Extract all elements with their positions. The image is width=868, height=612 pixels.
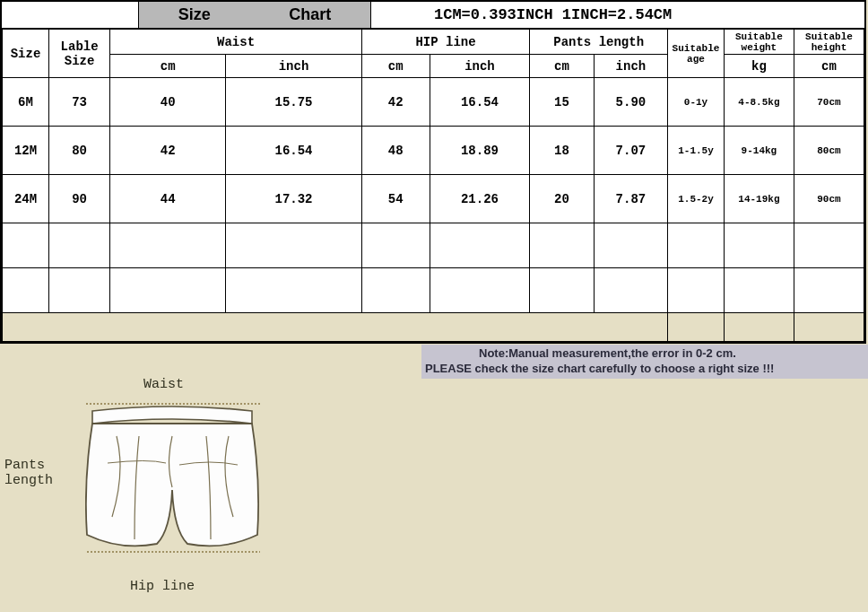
cell-waist-in: 16.54 xyxy=(226,127,362,175)
measurement-diagram: Waist Pants length Hip line xyxy=(4,368,309,601)
cell-pants-in: 7.87 xyxy=(594,175,667,223)
col-pants-cm: cm xyxy=(530,55,595,78)
diagram-label-pants-length: Pants length xyxy=(4,458,53,488)
cell-label: 80 xyxy=(49,127,110,175)
col-height-unit: cm xyxy=(794,55,864,78)
table-row-empty xyxy=(3,268,864,313)
cell-pants-cm: 18 xyxy=(530,127,595,175)
note-block: Note:Manual measurement,the error in 0-2… xyxy=(421,345,868,379)
cell-height: 70cm xyxy=(794,78,864,127)
table-row: 24M 90 44 17.32 54 21.26 20 7.87 1.5-2y … xyxy=(3,175,864,223)
cell-weight: 9-14kg xyxy=(724,127,794,175)
col-waist-inch: inch xyxy=(226,55,362,78)
cell-hip-cm: 48 xyxy=(361,127,430,175)
cell-age: 1-1.5y xyxy=(668,127,725,175)
cell-hip-in: 18.89 xyxy=(430,127,530,175)
col-waist: Waist xyxy=(110,30,362,55)
cell-hip-cm: 54 xyxy=(361,175,430,223)
title-word-size: Size xyxy=(178,5,211,24)
col-size: Size xyxy=(3,30,49,78)
col-weight-unit: kg xyxy=(724,55,794,78)
cell-age: 0-1y xyxy=(668,78,725,127)
col-waist-cm: cm xyxy=(110,55,226,78)
col-pants-length: Pants length xyxy=(530,30,668,55)
title-word-chart: Chart xyxy=(289,5,331,24)
cell-pants-in: 5.90 xyxy=(594,78,667,127)
cell-label: 73 xyxy=(49,78,110,127)
cell-size: 6M xyxy=(3,78,49,127)
cell-waist-cm: 40 xyxy=(110,78,226,127)
col-age: Suitable age xyxy=(668,30,725,78)
cell-pants-cm: 20 xyxy=(530,175,595,223)
cell-pants-in: 7.07 xyxy=(594,127,667,175)
table-row-empty xyxy=(3,223,864,268)
cell-pants-cm: 15 xyxy=(530,78,595,127)
conversion-text: 1CM=0.393INCH 1INCH=2.54CM xyxy=(371,2,864,28)
cell-height: 90cm xyxy=(794,175,864,223)
size-table: Size Lable Size Waist HIP line Pants len… xyxy=(2,29,864,342)
col-weight: Suitable weight xyxy=(724,30,794,55)
cell-hip-in: 21.26 xyxy=(430,175,530,223)
cell-hip-in: 16.54 xyxy=(430,78,530,127)
note-line-1: Note:Manual measurement,the error in 0-2… xyxy=(425,346,866,362)
col-hip-inch: inch xyxy=(430,55,530,78)
col-pants-inch: inch xyxy=(594,55,667,78)
shorts-icon xyxy=(85,400,260,562)
cell-waist-cm: 42 xyxy=(110,127,226,175)
note-line-2: PLEASE check the size chart carefully to… xyxy=(425,362,866,377)
cell-weight: 4-8.5kg xyxy=(724,78,794,127)
cell-weight: 14-19kg xyxy=(724,175,794,223)
cell-height: 80cm xyxy=(794,127,864,175)
cell-size: 24M xyxy=(3,175,49,223)
size-chart-title: Size Chart xyxy=(139,2,371,28)
cell-size: 12M xyxy=(3,127,49,175)
diagram-label-waist: Waist xyxy=(143,377,184,392)
col-label-size: Lable Size xyxy=(49,30,110,78)
table-row: 12M 80 42 16.54 48 18.89 18 7.07 1-1.5y … xyxy=(3,127,864,175)
size-chart-page: Size Chart 1CM=0.393INCH 1INCH=2.54CM Si… xyxy=(0,0,866,344)
table-row: 6M 73 40 15.75 42 16.54 15 5.90 0-1y 4-8… xyxy=(3,78,864,127)
cell-waist-cm: 44 xyxy=(110,175,226,223)
col-height: Suitable height xyxy=(794,30,864,55)
cell-waist-in: 17.32 xyxy=(226,175,362,223)
cell-label: 90 xyxy=(49,175,110,223)
col-hip-cm: cm xyxy=(361,55,430,78)
header-spacer xyxy=(2,2,139,28)
cell-waist-in: 15.75 xyxy=(226,78,362,127)
col-hip: HIP line xyxy=(361,30,529,55)
cell-hip-cm: 42 xyxy=(361,78,430,127)
header-row: Size Chart 1CM=0.393INCH 1INCH=2.54CM xyxy=(2,2,864,29)
table-row-footer xyxy=(3,313,864,342)
cell-age: 1.5-2y xyxy=(668,175,725,223)
diagram-label-hip-line: Hip line xyxy=(130,579,195,594)
